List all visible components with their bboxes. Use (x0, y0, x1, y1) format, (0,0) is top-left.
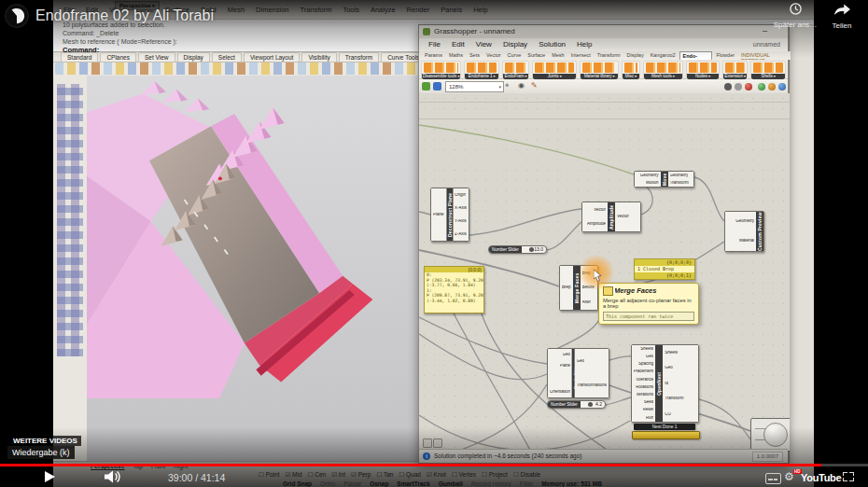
input-port[interactable]: Vector (594, 208, 606, 213)
output-port[interactable]: Transform (670, 181, 689, 186)
video-title[interactable]: Endoframe 02 by Ali Torabi (35, 7, 214, 24)
dial-node[interactable] (750, 418, 790, 452)
input-port[interactable]: Amplitude (587, 222, 606, 227)
rhino-toolbar-tab[interactable]: Transform (339, 52, 379, 62)
rhino-toolbar-tab[interactable]: Viewport Layout (244, 52, 301, 62)
rhino-toolbar-icons[interactable] (55, 63, 438, 75)
rhino-menu-item[interactable]: Mesh (223, 6, 249, 14)
input-port[interactable]: Run (646, 416, 653, 421)
rhino-menu-item[interactable]: Render (402, 6, 435, 14)
sketch-pen-icon[interactable]: ✎ (531, 81, 538, 90)
rhino-toolbar-tab[interactable]: Display (177, 52, 210, 62)
rhino-menu-item[interactable]: Analyze (366, 6, 400, 14)
grasshopper-category-tab[interactable]: Maths (446, 51, 466, 60)
input-port[interactable]: Seed (644, 400, 654, 405)
toolbar-group[interactable]: Extension (722, 61, 748, 80)
output-port[interactable]: Y-Axis (455, 219, 467, 224)
input-port[interactable]: Rotations (636, 385, 653, 390)
output-port[interactable]: Sheets (665, 351, 678, 355)
component-icons[interactable] (467, 63, 497, 73)
grasshopper-category-tab[interactable]: Surface (525, 51, 548, 60)
node-opennest[interactable]: SheetsGeoSpacingPlacementToleranceRotati… (631, 344, 699, 423)
toolbar-group[interactable]: Mesh tools (643, 61, 683, 80)
number-slider[interactable]: Number Slider 13.0 (488, 245, 547, 254)
component-icons[interactable] (753, 63, 783, 73)
rhino-menu-item[interactable]: Tools (338, 6, 364, 14)
input-port[interactable]: Orientation (550, 390, 570, 395)
component-icons[interactable] (424, 63, 458, 73)
preview-wire-icon[interactable] (735, 83, 742, 90)
grasshopper-menu-item[interactable]: Display (497, 40, 533, 49)
component-icons[interactable] (646, 63, 680, 73)
grasshopper-category-tab[interactable]: Sets (467, 51, 483, 60)
grasshopper-category-tab[interactable]: Curve (505, 51, 525, 60)
grasshopper-menu-item[interactable]: Edit (446, 40, 470, 49)
zoom-extents-icon[interactable]: ⌖ (505, 81, 510, 90)
preview-eye-icon[interactable]: ◉ (518, 81, 525, 90)
grasshopper-titlebar[interactable]: Grasshopper - unnamed – (419, 25, 788, 39)
grasshopper-category-tab[interactable]: Flowder (713, 51, 737, 60)
component-icons[interactable] (582, 63, 615, 73)
component-icons[interactable] (689, 63, 717, 73)
component-icons[interactable] (624, 63, 637, 73)
toolbar-group[interactable]: Shells (750, 61, 786, 80)
canvas-sketch-icon[interactable] (423, 438, 432, 448)
opennest-footer-bar[interactable]: Nest Done 1 (634, 424, 695, 430)
slider-track[interactable]: 13.0 (522, 246, 546, 253)
rhino-toolbar-tab[interactable]: Standard (61, 52, 98, 62)
input-port[interactable]: Sheets (640, 347, 653, 352)
watch-later-button[interactable]: Später ans… (771, 2, 819, 29)
fullscreen-icon[interactable] (843, 472, 854, 481)
node-move[interactable]: GeometryMotion Move GeometryTransform (634, 171, 694, 188)
grasshopper-menu-item[interactable]: File (423, 40, 446, 49)
grasshopper-category-tab[interactable]: Display (624, 51, 647, 60)
node-amplitude[interactable]: VectorAmplitude Amplitude Vector (581, 202, 641, 232)
input-port[interactable]: Reset (643, 408, 654, 412)
component-icons[interactable] (505, 63, 526, 73)
toolbar-group[interactable]: EndoFram (502, 61, 529, 80)
grasshopper-category-tab[interactable]: INDIVIDUAL RETREAT (738, 51, 791, 60)
channel-avatar[interactable] (5, 4, 29, 28)
output-port[interactable]: Z-Axis (455, 232, 467, 237)
open-file-icon[interactable] (422, 82, 430, 90)
input-port[interactable]: Plane (433, 213, 444, 217)
slider-grip[interactable] (588, 402, 593, 407)
input-port[interactable]: Brep (562, 285, 571, 290)
component-icons[interactable] (725, 63, 745, 73)
grasshopper-canvas[interactable]: Plane Deconstruct Plane OriginX-AxisY-Ax… (419, 93, 790, 452)
output-port[interactable]: X-Axis (455, 206, 467, 211)
rhino-toolbar-tab[interactable]: Set View (138, 52, 175, 62)
canvas-note-icon[interactable] (433, 438, 442, 448)
grasshopper-category-tab[interactable]: Endo-Frame (679, 51, 713, 60)
preview-blue-icon[interactable] (778, 83, 786, 90)
toolbar-group[interactable]: Joints (532, 61, 578, 80)
node-deconstruct-plane[interactable]: Plane Deconstruct Plane OriginX-AxisY-Ax… (430, 188, 469, 242)
youtube-logo[interactable]: YouTube (801, 472, 841, 483)
output-port[interactable]: After (582, 300, 592, 305)
output-port[interactable]: Geometry (670, 174, 689, 178)
toolbar-group[interactable]: Disassemble tools (421, 61, 461, 80)
output-port[interactable]: Vector (617, 215, 629, 219)
grasshopper-category-tab[interactable]: Kangaroo2 (648, 51, 679, 60)
grasshopper-category-tab[interactable]: Vector (483, 51, 504, 60)
rhino-toolbar-tab[interactable]: Select (212, 52, 242, 62)
opennest-progress-bar[interactable] (632, 431, 700, 439)
input-port[interactable]: Iterations (637, 393, 654, 397)
input-port[interactable]: Plane (560, 364, 571, 369)
share-button[interactable]: Teilen (825, 3, 859, 30)
rhino-menu-item[interactable]: Help (469, 6, 492, 14)
output-port[interactable]: Geo (577, 359, 585, 364)
rhino-toolbar-tab[interactable]: Visibility (301, 52, 336, 62)
input-port[interactable]: Geometry (735, 219, 754, 224)
volume-icon[interactable] (105, 470, 121, 483)
save-file-icon[interactable] (433, 82, 441, 90)
output-port[interactable]: Transformations (577, 383, 607, 388)
output-port[interactable]: Origin (455, 193, 466, 198)
subtitles-icon[interactable] (765, 473, 781, 484)
grasshopper-menu-item[interactable]: View (470, 40, 497, 49)
preview-shaded-icon[interactable] (745, 83, 752, 90)
node-pack-objects[interactable]: GeoPlaneOrientation Pack Objects GeoTran… (547, 348, 609, 398)
output-port[interactable]: Geo (665, 366, 673, 370)
toolbar-group[interactable]: Endoframe 1 (464, 61, 499, 80)
grasshopper-menu-item[interactable]: Solution (533, 40, 571, 49)
